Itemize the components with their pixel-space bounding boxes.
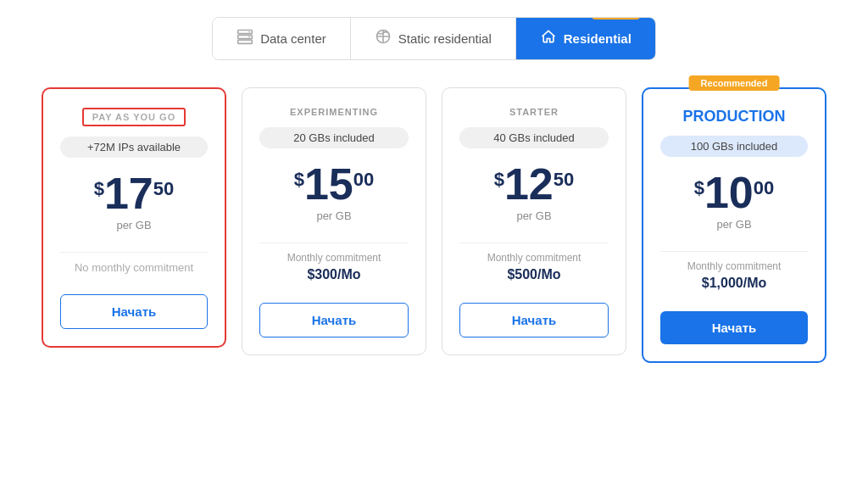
commitment-price-starter: $500/Mo [507, 267, 560, 282]
card-experimenting: EXPERIMENTING 20 GBs included $ 15 00 pe… [242, 87, 426, 355]
gb-badge-production: 100 GBs included [660, 136, 808, 157]
tab-data-center[interactable]: Data center [213, 18, 351, 59]
svg-rect-2 [238, 40, 253, 43]
commitment-price-production: $1,000/Mo [702, 276, 766, 291]
divider-production [660, 251, 808, 252]
popular-badge: Popular [592, 17, 640, 20]
price-row-experimenting: $ 15 00 [294, 162, 375, 206]
tab-residential-label: Residential [564, 31, 632, 46]
gb-badge-experimenting: 20 GBs included [259, 127, 409, 148]
price-dollar-experimenting: $ [294, 169, 304, 191]
price-row-starter: $ 12 50 [494, 162, 575, 206]
static-residential-icon [375, 28, 392, 49]
residential-icon [540, 28, 557, 49]
svg-point-4 [248, 36, 250, 38]
svg-rect-0 [238, 31, 253, 34]
start-btn-experimenting[interactable]: Начать [259, 303, 409, 337]
plan-name-experimenting: EXPERIMENTING [290, 107, 378, 117]
price-row-production: $ 10 00 [694, 170, 775, 215]
tab-static-residential-label: Static residential [398, 31, 492, 46]
data-center-icon [236, 28, 253, 49]
pricing-cards: PAY AS YOU GO +72M IPs available $ 17 50… [25, 87, 843, 363]
svg-rect-1 [238, 35, 253, 38]
commitment-label-production: Monthly commitment [687, 260, 782, 272]
divider-pay-as-you-go [60, 252, 208, 253]
per-gb-experimenting: per GB [316, 209, 351, 222]
card-production: Recommended PRODUCTION 100 GBs included … [642, 87, 826, 363]
plan-name-pay-as-you-go: PAY AS YOU GO [82, 108, 186, 126]
per-gb-pay-as-you-go: per GB [116, 219, 151, 231]
price-main-pay-as-you-go: 17 [104, 171, 153, 215]
commitment-price-experimenting: $300/Mo [307, 267, 360, 282]
commitment-label-experimenting: Monthly commitment [287, 252, 381, 264]
gb-badge-pay-as-you-go: +72M IPs available [60, 137, 208, 158]
price-row-pay-as-you-go: $ 17 50 [94, 171, 175, 215]
price-cents-starter: 50 [554, 169, 574, 191]
plan-name-starter: STARTER [509, 107, 559, 117]
per-gb-starter: per GB [516, 209, 551, 222]
no-commitment-label: No monthly commitment [75, 261, 193, 274]
tab-residential[interactable]: Popular Residential [516, 18, 655, 59]
card-pay-as-you-go: PAY AS YOU GO +72M IPs available $ 17 50… [42, 87, 226, 348]
price-dollar-production: $ [694, 177, 704, 199]
svg-point-3 [248, 31, 250, 33]
per-gb-production: per GB [716, 218, 751, 231]
price-main-experimenting: 15 [304, 162, 353, 206]
divider-starter [459, 243, 609, 243]
start-btn-production[interactable]: Начать [660, 311, 808, 344]
price-cents-experimenting: 00 [353, 169, 374, 191]
card-starter: STARTER 40 GBs included $ 12 50 per GB M… [442, 87, 626, 355]
price-cents-pay-as-you-go: 50 [153, 178, 174, 200]
pricing-tabs: Data center Static residential Popular R… [212, 17, 656, 60]
price-main-starter: 12 [504, 162, 554, 206]
plan-name-production: PRODUCTION [683, 108, 786, 126]
start-btn-pay-as-you-go[interactable]: Начать [60, 294, 208, 329]
tab-data-center-label: Data center [260, 31, 326, 46]
price-dollar-starter: $ [494, 169, 504, 191]
recommended-badge: Recommended [689, 75, 780, 91]
price-main-production: 10 [704, 170, 754, 215]
gb-badge-starter: 40 GBs included [459, 127, 609, 148]
tab-static-residential[interactable]: Static residential [351, 18, 516, 59]
price-cents-production: 00 [754, 177, 774, 199]
start-btn-starter[interactable]: Начать [459, 303, 609, 337]
commitment-label-starter: Monthly commitment [487, 252, 581, 264]
price-dollar-pay-as-you-go: $ [94, 178, 104, 200]
divider-experimenting [259, 243, 409, 243]
